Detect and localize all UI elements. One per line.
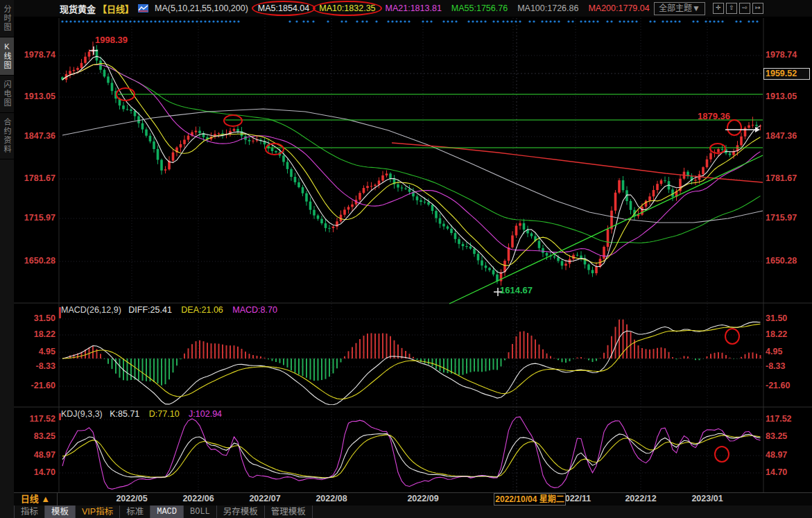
drawn-lines-layer bbox=[118, 94, 763, 304]
axis-label: 4.95 bbox=[14, 347, 55, 356]
footer-tab-8[interactable]: 管理模板 bbox=[265, 506, 313, 518]
ma-parameters: MA(5,10,21,55,100,200) bbox=[155, 3, 248, 13]
ma-lines-layer bbox=[62, 56, 763, 273]
axis-label: -8.33 bbox=[766, 361, 786, 371]
footer-tab-6[interactable]: BOLL bbox=[184, 506, 217, 518]
ma-value-6: MA200:1779.04 bbox=[588, 3, 649, 13]
date-label-2022-06: 2022/06 bbox=[182, 494, 214, 503]
crosshair-date-box: 2022/10/04 星期二 bbox=[494, 493, 566, 506]
event-dots-layer bbox=[61, 20, 758, 22]
sidebar-tab-4[interactable]: 合约资料 bbox=[0, 113, 14, 159]
axis-label: 117.52 bbox=[766, 414, 792, 424]
axis-label: 1847.36 bbox=[14, 131, 55, 141]
axis-label: 1781.67 bbox=[14, 173, 55, 183]
recent-high-annotation: 1879.36 bbox=[698, 111, 730, 121]
footer-tab-5[interactable]: MACD bbox=[150, 506, 184, 518]
pane-right-icon[interactable]: ⇨ bbox=[739, 3, 750, 14]
date-label-2022-05: 2022/05 bbox=[116, 494, 147, 503]
kdj-d-value: D:77.10 bbox=[149, 409, 180, 419]
peak-price-annotation: 1998.39 bbox=[95, 35, 128, 45]
axis-label: 1715.97 bbox=[14, 213, 55, 223]
axis-label: 1650.28 bbox=[766, 256, 797, 266]
axis-label: 48.97 bbox=[14, 450, 55, 460]
candles-layer bbox=[61, 42, 761, 286]
bottom-toolbar: 指标模板VIP指标标准MACDBOLL另存模板管理模板 bbox=[14, 506, 812, 518]
axis-label: 83.25 bbox=[14, 431, 55, 441]
ma100-line bbox=[62, 109, 763, 223]
axis-label: -21.60 bbox=[14, 381, 55, 390]
macd-diff-value: DIFF:25.41 bbox=[128, 305, 172, 315]
sidebar-tab-2[interactable]: K线图 bbox=[0, 37, 14, 76]
ma-value-5: MA100:1726.86 bbox=[517, 3, 578, 13]
date-label-2023-01: 2023/01 bbox=[691, 494, 723, 503]
left-sidebar: 分时图K线图闪电图合约资料 bbox=[0, 0, 14, 518]
axis-label: 4.95 bbox=[766, 347, 782, 356]
date-label-2022-07: 2022/07 bbox=[249, 494, 280, 503]
top-bar: 现货黄金 【日线】 MA(5,10,21,55,100,200) MA5:185… bbox=[14, 0, 812, 17]
crosshair-price-box: 1959.52 bbox=[763, 68, 810, 80]
ma-value-1: MA5:1854.04 bbox=[258, 3, 309, 13]
ma-value-4: MA55:1756.76 bbox=[451, 3, 508, 13]
macd-panel-header: MACD(26,12,9) DIFF:25.41 DEA:21.06 MACD:… bbox=[61, 305, 277, 315]
axis-label: -8.33 bbox=[14, 361, 55, 371]
footer-tab-4[interactable]: 标准 bbox=[120, 506, 150, 518]
period-selector[interactable]: 日线 ▲ bbox=[14, 493, 58, 506]
axis-label: 1847.36 bbox=[766, 131, 797, 141]
macd-dea-value: DEA:21.06 bbox=[181, 305, 223, 315]
chart-canvas[interactable] bbox=[0, 0, 812, 518]
sidebar-tab-3[interactable]: 闪电图 bbox=[0, 76, 14, 113]
ma-legend: MA5:1854.04MA10:1832.35MA21:1813.81MA55:… bbox=[248, 3, 650, 13]
macd-macd-value: MACD:8.70 bbox=[232, 305, 277, 315]
kdj-k-value: K:85.71 bbox=[110, 409, 139, 419]
red-circle-annotation bbox=[252, 1, 316, 16]
pane-export-icon[interactable]: ↦ bbox=[752, 3, 763, 14]
axis-label: 1978.74 bbox=[766, 50, 797, 60]
axis-label: 117.52 bbox=[14, 414, 55, 424]
axis-label: 1913.05 bbox=[14, 92, 55, 101]
macd-param: MACD(26,12,9) bbox=[61, 305, 121, 315]
hand-annotations-layer bbox=[59, 46, 760, 462]
ma-value-3: MA21:1813.81 bbox=[386, 3, 442, 13]
axis-label: 83.25 bbox=[766, 431, 787, 441]
trading-app-window: 分时图K线图闪电图合约资料 现货黄金 【日线】 MA(5,10,21,55,10… bbox=[0, 0, 812, 518]
period-tag: 【日线】 bbox=[98, 2, 134, 15]
sidebar-tab-1[interactable]: 分时图 bbox=[0, 0, 14, 37]
axis-label: 1715.97 bbox=[766, 213, 797, 223]
pane-up-icon[interactable]: ⇧ bbox=[726, 3, 737, 14]
axis-label: -21.60 bbox=[766, 381, 790, 390]
axis-label: 1650.28 bbox=[14, 256, 55, 266]
footer-tab-1[interactable]: 指标 bbox=[14, 506, 45, 518]
kdj-layer bbox=[62, 417, 761, 489]
kdj-j-value: J:102.94 bbox=[189, 409, 222, 419]
footer-tab-2[interactable]: 模板 bbox=[45, 506, 76, 518]
date-label-2022-08: 2022/08 bbox=[316, 494, 347, 503]
axis-label: 31.50 bbox=[14, 313, 55, 323]
axis-label: 14.70 bbox=[766, 467, 787, 477]
red-circle-annotation bbox=[313, 1, 381, 16]
axis-label: 18.22 bbox=[14, 329, 55, 339]
low-price-annotation: 1614.67 bbox=[500, 285, 533, 295]
axis-label: 1781.67 bbox=[766, 173, 797, 183]
chart-tool-buttons: ✛⇧⇨↦ bbox=[711, 3, 763, 14]
kdj-panel-header: KDJ(9,3,3) K:85.71 D:77.10 J:102.94 bbox=[61, 409, 222, 419]
ma-value-2: MA10:1832.35 bbox=[319, 3, 375, 13]
kdj-param: KDJ(9,3,3) bbox=[61, 409, 103, 419]
ma200-line bbox=[392, 143, 763, 182]
grid-layer bbox=[14, 12, 812, 492]
date-label-2022-09: 2022/09 bbox=[407, 494, 438, 503]
chart-type-icon[interactable] bbox=[138, 4, 149, 13]
axis-label: 1978.74 bbox=[14, 50, 55, 60]
move-crosshair-icon[interactable]: ✛ bbox=[713, 3, 724, 14]
all-themes-button[interactable]: 全部主题▼ bbox=[654, 2, 705, 15]
date-axis: 日线 ▲ 2022/052022/062022/072022/082022/09… bbox=[14, 492, 812, 507]
axis-label: 31.50 bbox=[766, 313, 787, 323]
date-label-2022-12: 2022/12 bbox=[625, 494, 656, 503]
footer-tab-3[interactable]: VIP指标 bbox=[76, 506, 120, 518]
axis-label: 48.97 bbox=[766, 450, 787, 460]
axis-label: 18.22 bbox=[766, 329, 787, 339]
axis-label: 1913.05 bbox=[766, 92, 797, 101]
axis-label: 14.70 bbox=[14, 467, 55, 477]
macd-layer bbox=[60, 320, 763, 405]
footer-tab-7[interactable]: 另存模板 bbox=[217, 506, 265, 518]
instrument-title: 现货黄金 bbox=[60, 2, 96, 15]
